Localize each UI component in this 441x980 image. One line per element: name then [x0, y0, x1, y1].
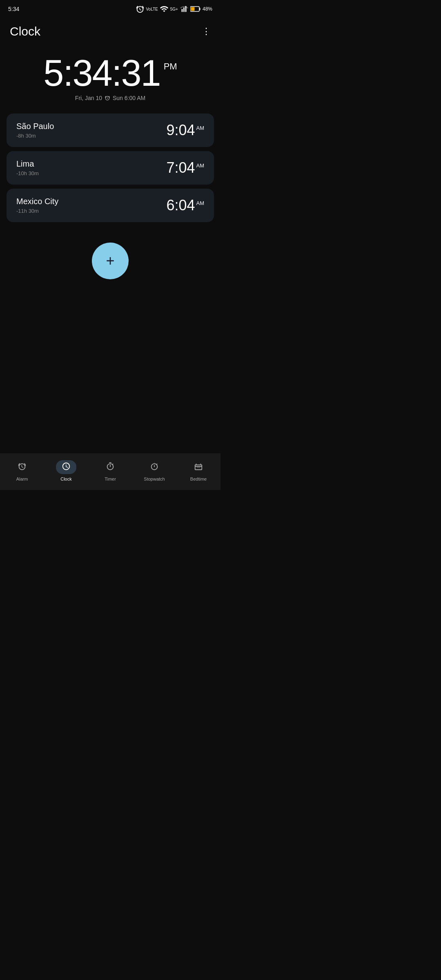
timer-nav-icon-container [100, 460, 120, 474]
city-time-ampm-sao-paulo: AM [196, 125, 205, 131]
status-alarm-icon [136, 4, 145, 13]
wifi-icon [160, 4, 169, 13]
clock-card-sao-paulo[interactable]: São Paulo -8h 30m 9:04 AM [7, 114, 214, 147]
app-header: Clock ⋮ [0, 16, 220, 42]
next-alarm-text: Sun 6:00 AM [113, 95, 145, 101]
clock-nav-icon-container [56, 460, 76, 474]
time-offset-sao-paulo: -8h 30m [16, 133, 54, 139]
svg-rect-2 [182, 9, 183, 12]
alarm-nav-label: Alarm [16, 477, 28, 481]
city-time-digits-lima: 7:04 [166, 159, 195, 176]
next-alarm-icon [105, 95, 110, 101]
nav-item-bedtime[interactable]: Bedtime [176, 460, 220, 481]
nav-item-stopwatch[interactable]: Stopwatch [132, 460, 176, 481]
city-time-mexico: 6:04 AM [166, 197, 204, 214]
svg-rect-4 [199, 8, 200, 10]
5g-icon: 5G+ [170, 7, 178, 11]
city-time-digits-mexico: 6:04 [166, 197, 195, 214]
city-name-sao-paulo: São Paulo [16, 122, 54, 131]
main-time-container: 5:34:31 PM [8, 55, 212, 91]
clock-nav-icon [62, 462, 71, 471]
clock-card-left-lima: Lima -10h 30m [16, 159, 39, 176]
svg-rect-1 [183, 7, 185, 12]
add-button-container: + [0, 226, 220, 287]
city-name-mexico: Mexico City [16, 197, 58, 206]
world-clocks-list: São Paulo -8h 30m 9:04 AM Lima -10h 30m … [0, 109, 220, 226]
volte-icon: VoLTE [146, 7, 158, 11]
bottom-navigation: Alarm Clock Timer Stopwatch [0, 453, 220, 490]
city-name-lima: Lima [16, 159, 39, 169]
nav-item-timer[interactable]: Timer [88, 460, 132, 481]
main-time-ampm: PM [164, 61, 177, 72]
time-offset-mexico: -11h 30m [16, 208, 58, 214]
timer-nav-label: Timer [105, 477, 116, 481]
clock-card-lima[interactable]: Lima -10h 30m 7:04 AM [7, 151, 214, 185]
city-time-digits-sao-paulo: 9:04 [166, 122, 195, 139]
city-time-ampm-lima: AM [196, 163, 205, 169]
clock-card-left-mexico: Mexico City -11h 30m [16, 197, 58, 214]
bedtime-nav-label: Bedtime [190, 477, 207, 481]
alarm-nav-icon [18, 462, 27, 471]
app-title: Clock [10, 24, 40, 38]
battery-icon [190, 6, 201, 12]
city-time-lima: 7:04 AM [166, 159, 204, 176]
main-clock-display: 5:34:31 PM Fri, Jan 10 Sun 6:00 AM [0, 42, 220, 109]
status-icons: VoLTE 5G+ 48% [136, 4, 213, 13]
stopwatch-nav-icon [150, 462, 159, 471]
date-text: Fri, Jan 10 [75, 95, 102, 101]
time-offset-lima: -10h 30m [16, 170, 39, 176]
clock-nav-label: Clock [60, 477, 72, 481]
svg-rect-0 [185, 6, 187, 12]
more-options-button[interactable]: ⋮ [202, 26, 211, 37]
nav-item-clock[interactable]: Clock [44, 460, 88, 481]
bedtime-nav-icon [194, 462, 203, 471]
svg-rect-5 [191, 7, 194, 11]
nav-item-alarm[interactable]: Alarm [0, 460, 44, 481]
city-time-ampm-mexico: AM [196, 200, 205, 206]
add-world-clock-button[interactable]: + [92, 243, 129, 279]
stopwatch-nav-icon-container [144, 460, 165, 474]
alarm-nav-icon-container [12, 460, 32, 474]
status-bar: 5:34 VoLTE 5G+ 48% [0, 0, 220, 16]
stopwatch-nav-label: Stopwatch [144, 477, 165, 481]
bedtime-nav-icon-container [188, 460, 209, 474]
clock-card-mexico-city[interactable]: Mexico City -11h 30m 6:04 AM [7, 189, 214, 222]
timer-nav-icon [106, 462, 115, 471]
signal-icon [180, 4, 189, 13]
status-time: 5:34 [8, 6, 19, 12]
clock-card-left: São Paulo -8h 30m [16, 122, 54, 139]
clock-date: Fri, Jan 10 Sun 6:00 AM [8, 95, 212, 101]
add-icon: + [106, 254, 114, 268]
city-time-sao-paulo: 9:04 AM [166, 122, 204, 139]
battery-percent: 48% [203, 6, 212, 12]
main-time-digits: 5:34:31 [43, 55, 160, 91]
